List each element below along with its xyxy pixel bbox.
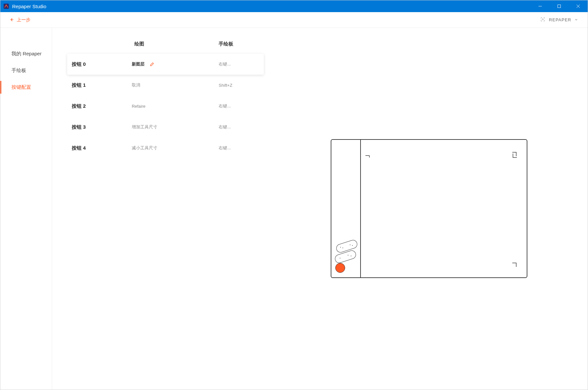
maximize-button[interactable]: [550, 0, 569, 12]
table-row[interactable]: 按钮 0 新图层 右键...: [67, 54, 264, 75]
cell-button-name: 按钮 2: [72, 103, 132, 109]
content-area: 绘图 手绘板 按钮 0 新图层 右键... 按钮 1 取消: [52, 28, 588, 390]
chevron-down-icon: [575, 17, 578, 22]
minimize-button[interactable]: [531, 0, 550, 12]
sidebar-item-my-repaper[interactable]: 我的 Repaper: [0, 47, 52, 60]
cell-tablet-action: 右键...: [219, 103, 264, 109]
device-selector[interactable]: REPAPER: [540, 16, 578, 23]
back-label: 上一步: [17, 17, 30, 23]
main-area: 我的 Repaper 手绘板 按键配置 绘图 手绘板 按钮 0 新图层: [0, 28, 588, 390]
table-row[interactable]: 按钮 2 Refaire 右键...: [67, 96, 264, 117]
cell-drawing-action: 增加工具尺寸: [132, 124, 157, 130]
sidebar: 我的 Repaper 手绘板 按键配置: [0, 28, 52, 390]
svg-rect-2: [558, 5, 561, 8]
cell-button-name: 按钮 3: [72, 124, 132, 130]
svg-point-5: [542, 19, 543, 20]
close-button[interactable]: [569, 0, 588, 12]
cell-drawing-action: 新图层: [132, 61, 145, 67]
key-config-table: 绘图 手绘板 按钮 0 新图层 右键... 按钮 1 取消: [52, 28, 275, 390]
cell-button-name: 按钮 4: [72, 145, 132, 151]
tablet-buttons-graphic: [334, 242, 358, 273]
cell-drawing-action: 取消: [132, 82, 140, 88]
cell-button-name: 按钮 0: [72, 61, 132, 67]
device-target-icon: [540, 16, 546, 23]
tablet-round-button-icon: [335, 263, 345, 273]
sidebar-item-key-config[interactable]: 按键配置: [0, 81, 52, 94]
header-drawing: 绘图: [134, 41, 219, 47]
cell-button-name: 按钮 1: [72, 82, 132, 88]
sidebar-item-tablet[interactable]: 手绘板: [0, 64, 52, 77]
back-arrow-icon: [10, 17, 13, 23]
cell-tablet-action: 右键...: [219, 61, 264, 67]
cell-drawing-action: Refaire: [132, 104, 146, 109]
cell-tablet-action: 右键...: [219, 145, 264, 151]
tablet-preview: [331, 139, 527, 278]
app-title: Repaper Studio: [12, 4, 46, 9]
table-row[interactable]: 按钮 1 取消 Shift+Z: [67, 75, 264, 96]
cell-tablet-action: 右键...: [219, 124, 264, 130]
cell-drawing-action: 减小工具尺寸: [132, 145, 157, 151]
app-window: Repaper Studio 上一步 REPAPER: [0, 0, 588, 390]
table-row[interactable]: 按钮 3 增加工具尺寸 右键...: [67, 117, 264, 138]
toolbar: 上一步 REPAPER: [0, 12, 588, 28]
table-row[interactable]: 按钮 4 减小工具尺寸 右键...: [67, 138, 264, 158]
back-button[interactable]: 上一步: [10, 17, 30, 23]
tablet-preview-pane: [275, 28, 588, 390]
cell-tablet-action: Shift+Z: [219, 83, 264, 88]
edit-icon[interactable]: [148, 61, 156, 68]
device-label: REPAPER: [549, 17, 571, 22]
titlebar: Repaper Studio: [0, 0, 588, 12]
header-tablet: 手绘板: [219, 41, 275, 47]
app-icon: [3, 3, 10, 9]
table-headers: 绘图 手绘板: [72, 41, 275, 54]
